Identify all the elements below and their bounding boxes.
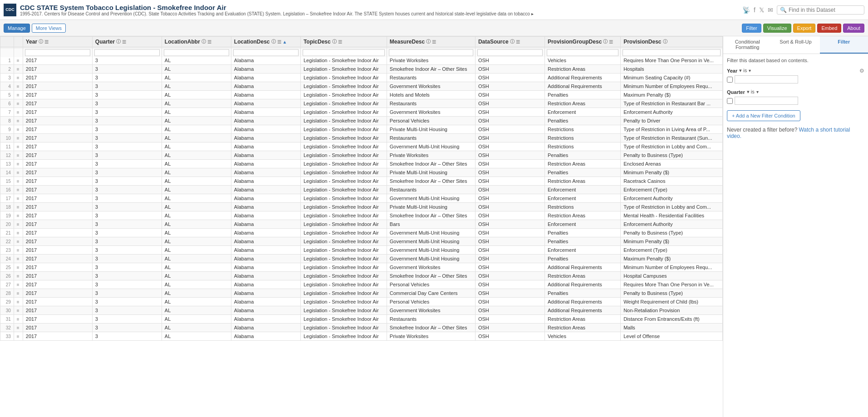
row-menu-icon[interactable]: ≡ xyxy=(14,229,23,237)
filter-topicdesc[interactable] xyxy=(300,48,387,57)
filter-year[interactable] xyxy=(23,48,92,57)
row-menu-icon[interactable]: ≡ xyxy=(14,289,23,298)
row-menu-icon[interactable]: ≡ xyxy=(14,211,23,220)
filter-locationdesc[interactable] xyxy=(231,48,300,57)
row-menu-icon[interactable]: ≡ xyxy=(14,324,23,332)
filter-quarter-input[interactable] xyxy=(94,49,160,56)
add-filter-button[interactable]: + Add a New Filter Condition xyxy=(727,110,800,121)
filter-quarter[interactable] xyxy=(92,48,162,57)
locationabbr-info-icon[interactable]: ⓘ xyxy=(201,39,206,45)
filter-datasource-input[interactable] xyxy=(477,49,543,56)
col-header-quarter[interactable]: Quarter ⓘ ☰ xyxy=(92,37,162,47)
provisiongroupdesc-info-icon[interactable]: ⓘ xyxy=(603,39,608,45)
col-header-datasource[interactable]: DataSource ⓘ ☰ xyxy=(475,37,544,47)
row-menu-icon[interactable]: ≡ xyxy=(14,125,23,134)
row-menu-icon[interactable]: ≡ xyxy=(14,306,23,315)
row-menu-icon[interactable]: ≡ xyxy=(14,99,23,108)
filter-year-op-arrow[interactable]: ▾ xyxy=(749,68,751,73)
manage-button[interactable]: Manage xyxy=(4,24,30,33)
filter-locationdesc-input[interactable] xyxy=(233,49,299,56)
filter-datasource[interactable] xyxy=(475,48,544,57)
quarter-info-icon[interactable]: ⓘ xyxy=(116,39,121,45)
row-menu-icon[interactable]: ≡ xyxy=(14,168,23,177)
row-menu-icon[interactable]: ≡ xyxy=(14,82,23,91)
row-menu-icon[interactable]: ≡ xyxy=(14,186,23,194)
filter-quarter-value-input[interactable] xyxy=(735,97,798,105)
tab-filter[interactable]: Filter xyxy=(820,36,868,54)
locationdesc-menu-icon[interactable]: ☰ xyxy=(277,39,281,44)
filter-quarter-checkbox[interactable] xyxy=(727,98,733,104)
datasource-menu-icon[interactable]: ☰ xyxy=(516,39,520,44)
row-menu-icon[interactable]: ≡ xyxy=(14,91,23,99)
embed-button[interactable]: Embed xyxy=(817,24,841,33)
row-menu-icon[interactable]: ≡ xyxy=(14,56,23,65)
row-menu-icon[interactable]: ≡ xyxy=(14,280,23,289)
col-header-year[interactable]: Year ⓘ ☰ xyxy=(23,37,92,47)
row-menu-icon[interactable]: ≡ xyxy=(14,220,23,229)
row-menu-icon[interactable]: ≡ xyxy=(14,298,23,306)
row-menu-icon[interactable]: ≡ xyxy=(14,151,23,160)
year-menu-icon[interactable]: ☰ xyxy=(44,39,49,44)
row-menu-icon[interactable]: ≡ xyxy=(14,194,23,203)
row-menu-icon[interactable]: ≡ xyxy=(14,203,23,211)
filter-measuredesc-input[interactable] xyxy=(389,49,473,56)
row-menu-icon[interactable]: ≡ xyxy=(14,246,23,255)
filter-button[interactable]: Filter xyxy=(742,24,761,33)
row-menu-icon[interactable]: ≡ xyxy=(14,65,23,74)
filter-settings-icon[interactable]: ⚙ xyxy=(859,68,864,74)
about-button[interactable]: About xyxy=(843,24,864,33)
filter-provisiondesc-input[interactable] xyxy=(623,49,721,56)
filter-year-checkbox[interactable] xyxy=(727,77,733,83)
row-menu-icon[interactable]: ≡ xyxy=(14,332,23,341)
locationabbr-menu-icon[interactable]: ☰ xyxy=(207,39,211,44)
col-header-measuredesc[interactable]: MeasureDesc ⓘ ☰ xyxy=(387,37,475,47)
row-menu-icon[interactable]: ≡ xyxy=(14,255,23,263)
filter-measuredesc[interactable] xyxy=(387,48,475,57)
filter-provisiongroupdesc-input[interactable] xyxy=(547,49,618,56)
visualize-button[interactable]: Visualize xyxy=(763,24,791,33)
row-menu-icon[interactable]: ≡ xyxy=(14,315,23,324)
row-menu-icon[interactable]: ≡ xyxy=(14,74,23,82)
row-menu-icon[interactable]: ≡ xyxy=(14,272,23,280)
row-menu-icon[interactable]: ≡ xyxy=(14,117,23,125)
measuredesc-menu-icon[interactable]: ☰ xyxy=(432,39,436,44)
table-area[interactable]: Year ⓘ ☰ Quarter ⓘ ☰ xyxy=(0,36,723,417)
topicdesc-info-icon[interactable]: ⓘ xyxy=(332,39,337,45)
filter-provisiondesc[interactable] xyxy=(621,48,723,57)
measuredesc-info-icon[interactable]: ⓘ xyxy=(426,39,431,45)
datasource-info-icon[interactable]: ⓘ xyxy=(510,39,515,45)
topicdesc-menu-icon[interactable]: ☰ xyxy=(338,39,342,44)
filter-year-input[interactable] xyxy=(25,49,90,56)
row-menu-icon[interactable]: ≡ xyxy=(14,134,23,142)
filter-provisiongroupdesc[interactable] xyxy=(544,48,620,57)
provisiongroupdesc-menu-icon[interactable]: ☰ xyxy=(609,39,613,44)
more-views-button[interactable]: More Views xyxy=(32,24,66,33)
row-menu-icon[interactable]: ≡ xyxy=(14,263,23,272)
col-header-topicdesc[interactable]: TopicDesc ⓘ ☰ xyxy=(300,37,387,47)
quarter-menu-icon[interactable]: ☰ xyxy=(122,39,126,44)
rss-icon[interactable]: 📡 xyxy=(742,6,750,14)
provisiondesc-info-icon[interactable]: ⓘ xyxy=(663,39,667,45)
locationdesc-info-icon[interactable]: ⓘ xyxy=(271,39,276,45)
filter-locationabbr-input[interactable] xyxy=(164,49,229,56)
export-button[interactable]: Export xyxy=(793,24,816,33)
search-box[interactable]: 🔍 xyxy=(777,5,864,15)
row-menu-icon[interactable]: ≡ xyxy=(14,108,23,117)
filter-topicdesc-input[interactable] xyxy=(303,49,385,56)
filter-year-value-input[interactable] xyxy=(735,75,798,83)
twitter-icon[interactable]: 𝕏 xyxy=(759,6,764,14)
filter-locationabbr[interactable] xyxy=(162,48,231,57)
filter-quarter-op-arrow[interactable]: ▾ xyxy=(756,89,759,94)
facebook-icon[interactable]: f xyxy=(754,6,755,14)
col-header-locationabbr[interactable]: LocationAbbr ⓘ ☰ xyxy=(162,37,231,47)
row-menu-icon[interactable]: ≡ xyxy=(14,160,23,168)
tab-conditional-formatting[interactable]: Conditional Formatting xyxy=(723,36,771,54)
row-menu-icon[interactable]: ≡ xyxy=(14,237,23,246)
row-menu-icon[interactable]: ≡ xyxy=(14,142,23,151)
tab-sort-roll-up[interactable]: Sort & Roll-Up xyxy=(771,36,819,54)
col-header-provisiondesc[interactable]: ProvisionDesc ⓘ xyxy=(621,37,723,47)
col-header-locationdesc[interactable]: LocationDesc ⓘ ☰ ▲ xyxy=(231,37,300,47)
row-menu-icon[interactable]: ≡ xyxy=(14,177,23,186)
year-info-icon[interactable]: ⓘ xyxy=(39,39,43,45)
email-icon[interactable]: ✉ xyxy=(768,6,773,14)
